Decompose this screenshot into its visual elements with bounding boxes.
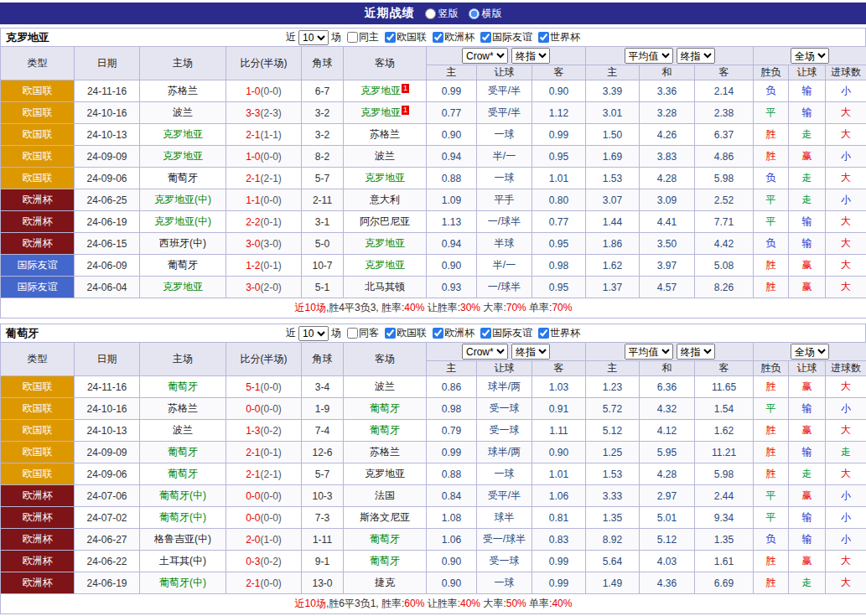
handicap-odds-cell: 1.12 [532, 102, 586, 124]
vertical-layout-label: 竖版 [438, 7, 459, 21]
competition-label: 欧洲杯 [444, 30, 474, 44]
competition-label: 欧洲杯 [444, 326, 474, 340]
result-cell: 赢 [789, 146, 826, 168]
match-count-select[interactable]: 10 [298, 326, 329, 341]
result-cell: 输 [789, 233, 826, 255]
result-cell: 走 [789, 463, 826, 485]
europe-odds-cell: 11.65 [695, 376, 754, 398]
corners-cell: 2-11 [302, 189, 344, 211]
competition-type-cell: 欧洲杯 [1, 507, 75, 529]
handicap-odds-cell: 1.01 [532, 463, 586, 485]
halftime-score: (0-0) [261, 381, 282, 393]
competition-checkbox[interactable] [433, 32, 443, 43]
competition-checkbox[interactable] [480, 328, 491, 339]
team-name-text: 北马其顿 [365, 281, 405, 292]
corners-cell: 10-3 [302, 485, 344, 507]
team-name-text: 波兰 [375, 150, 395, 162]
competition-type-cell: 欧国联 [1, 420, 75, 442]
competition-filter[interactable]: 欧国联 [385, 326, 427, 340]
away-team-cell: 克罗地亚 [344, 463, 427, 485]
odds-stage-select[interactable]: 终指 [511, 344, 550, 360]
layout-option-vertical[interactable]: 竖版 [425, 7, 459, 21]
competition-checkbox[interactable] [433, 328, 443, 339]
avg-stage-select[interactable]: 终指 [677, 48, 715, 64]
competition-filter[interactable]: 国际友谊 [480, 326, 532, 340]
result-cell: 大 [826, 376, 866, 398]
recent-results-page: 近期战绩 竖版 横版 克罗地亚近10场同主欧国联欧洲杯国际友谊世界杯类型日期主场… [0, 3, 866, 614]
result-cell: 大 [826, 124, 866, 146]
date-cell: 24-06-19 [75, 572, 140, 594]
corners-cell: 5-7 [302, 463, 344, 485]
europe-odds-cell: 1.69 [586, 146, 640, 168]
odds-provider-select[interactable]: Crow* [462, 48, 508, 64]
score-cell: 2-1(2-1) [226, 463, 302, 485]
corners-cell: 3-4 [302, 376, 344, 398]
same-venue-filter[interactable]: 同客 [347, 326, 379, 340]
home-team-cell: 克罗地亚 [140, 146, 226, 168]
competition-filter[interactable]: 欧洲杯 [433, 30, 474, 44]
europe-odds-cell: 4.32 [640, 398, 695, 420]
team-name: 葡萄牙 [6, 326, 39, 341]
summary-segment: 70% [506, 302, 526, 313]
same-venue-checkbox[interactable] [347, 32, 358, 43]
column-subheader: 主 [586, 361, 640, 376]
handicap-odds-cell: 受平/半 [477, 80, 532, 102]
europe-odds-cell: 2.52 [695, 189, 754, 211]
match-count-select[interactable]: 10 [298, 30, 329, 45]
competition-label: 欧国联 [397, 30, 427, 44]
layout-option-horizontal[interactable]: 横版 [469, 7, 502, 21]
competition-checkbox[interactable] [385, 32, 396, 43]
handicap-odds-cell: 球半/两 [477, 376, 532, 398]
fulltime-scope-select[interactable]: 全场 [791, 48, 829, 64]
column-subheader: 客 [695, 65, 754, 80]
horizontal-layout-radio[interactable] [469, 8, 480, 19]
corners-cell: 10-7 [302, 255, 344, 277]
result-cell: 胜 [754, 124, 789, 146]
europe-odds-cell: 2.38 [695, 102, 754, 124]
europe-odds-cell: 3.01 [586, 102, 640, 124]
competition-type-cell: 欧国联 [1, 398, 75, 420]
avg-provider-select[interactable]: 平均值 [625, 344, 673, 360]
same-venue-checkbox[interactable] [347, 328, 358, 339]
competition-filter[interactable]: 世界杯 [538, 30, 580, 44]
date-cell: 24-06-04 [75, 277, 140, 298]
competition-label: 国际友谊 [492, 30, 532, 44]
competition-checkbox[interactable] [480, 32, 491, 43]
europe-odds-cell: 4.57 [640, 277, 695, 298]
competition-filter[interactable]: 国际友谊 [480, 30, 532, 44]
europe-odds-cell: 1.53 [586, 168, 640, 189]
same-venue-filter[interactable]: 同主 [347, 30, 379, 44]
vertical-layout-radio[interactable] [425, 8, 436, 19]
home-team-cell: 西班牙(中) [140, 233, 226, 255]
handicap-odds-cell: 0.95 [532, 277, 586, 298]
europe-odds-cell: 1.44 [586, 211, 640, 233]
competition-filter[interactable]: 世界杯 [538, 326, 580, 340]
odds-stage-select[interactable]: 终指 [511, 48, 550, 64]
score-cell: 1-0(0-0) [226, 80, 302, 102]
summary-segment: 大率: [480, 302, 506, 313]
competition-filter[interactable]: 欧洲杯 [433, 326, 474, 340]
europe-odds-cell: 3.36 [640, 80, 695, 102]
result-cell: 胜 [754, 146, 789, 168]
europe-odds-cell: 2.44 [695, 485, 754, 507]
competition-checkbox[interactable] [538, 328, 549, 339]
competition-filter[interactable]: 欧国联 [385, 30, 427, 44]
result-cell: 赢 [789, 485, 826, 507]
fulltime-scope-select[interactable]: 全场 [791, 344, 829, 360]
competition-checkbox[interactable] [538, 32, 549, 43]
odds-provider-select[interactable]: Crow* [462, 344, 508, 360]
avg-stage-select[interactable]: 终指 [677, 344, 715, 360]
handicap-odds-cell: 0.91 [532, 398, 586, 420]
result-cell: 平 [754, 507, 789, 529]
match-row: 国际友谊24-06-09葡萄牙1-2(0-1)10-7克罗地亚0.90半/一0.… [1, 255, 866, 277]
away-team-cell: 葡萄牙 [344, 529, 427, 551]
result-cell: 胜 [754, 376, 789, 398]
europe-odds-cell: 3.83 [640, 146, 695, 168]
competition-checkbox[interactable] [385, 328, 396, 339]
team-name-text: 克罗地亚 [163, 128, 203, 140]
score-cell: 2-2(0-1) [226, 211, 302, 233]
handicap-odds-cell: 受一球 [477, 420, 532, 442]
avg-provider-select[interactable]: 平均值 [625, 48, 673, 64]
result-cell: 输 [789, 80, 826, 102]
handicap-odds-cell: 0.90 [427, 572, 477, 594]
